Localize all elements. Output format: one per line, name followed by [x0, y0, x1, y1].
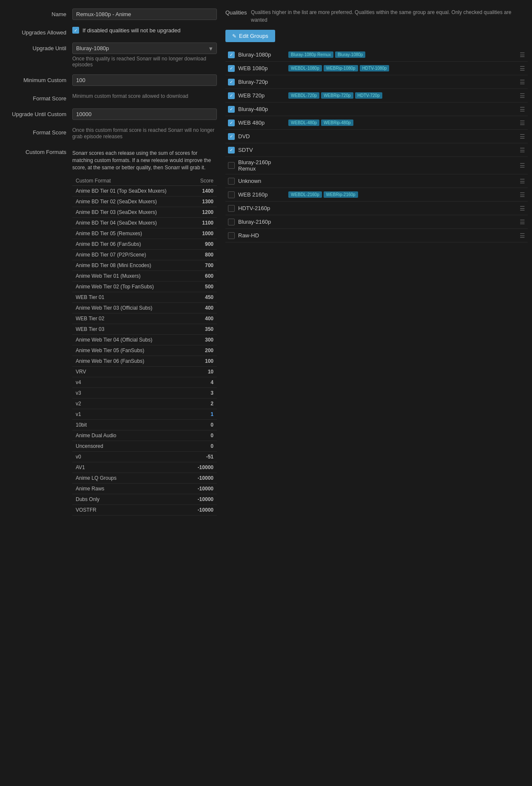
cf-score: 1300: [190, 196, 217, 207]
list-item: Unknown☰: [225, 174, 528, 188]
upgrade-until-content: Bluray-1080p ▼ Once this quality is reac…: [72, 43, 217, 68]
edit-groups-button[interactable]: ✎ Edit Groups: [225, 30, 275, 42]
quality-menu-icon[interactable]: ☰: [520, 219, 525, 225]
quality-name: Bluray-1080p: [238, 51, 285, 58]
upgrade-until-custom-input[interactable]: [72, 108, 217, 120]
table-row: Anime BD Tier 04 (SeaDex Muxers)1100: [72, 218, 217, 228]
edit-groups-icon: ✎: [232, 33, 236, 39]
upgrade-until-label: Upgrade Until: [4, 43, 72, 51]
upgrades-allowed-checkbox-row: ✓ If disabled qualities will not be upgr…: [72, 27, 217, 34]
upgrades-allowed-row: Upgrades Allowed ✓ If disabled qualities…: [4, 27, 217, 36]
quality-checkbox[interactable]: ✓: [228, 92, 235, 99]
quality-menu-icon[interactable]: ☰: [520, 147, 525, 154]
cf-name: 10bit: [72, 420, 190, 430]
quality-menu-icon[interactable]: ☰: [520, 232, 525, 239]
table-row: Anime BD Tier 05 (Remuxes)1000: [72, 228, 217, 239]
table-row: Anime BD Tier 03 (SeaDex Muxers)1200: [72, 207, 217, 218]
upgrade-until-custom-label: Upgrade Until Custom: [4, 108, 72, 117]
table-row: v44: [72, 377, 217, 388]
cf-name: Uncensored: [72, 441, 190, 452]
quality-checkbox[interactable]: ✓: [228, 65, 235, 72]
quality-menu-icon[interactable]: ☰: [520, 79, 525, 85]
list-item: ✓DVD☰: [225, 130, 528, 143]
quality-menu-icon[interactable]: ☰: [520, 92, 525, 99]
cf-score: 400: [190, 303, 217, 313]
quality-checkbox[interactable]: [228, 178, 235, 185]
cf-score: 350: [190, 324, 217, 335]
quality-checkbox[interactable]: ✓: [228, 120, 235, 126]
cf-col-score-header: Score: [190, 176, 217, 186]
list-item: WEB 2160pWEBDL-2160pWEBRip-2160p☰: [225, 188, 528, 202]
cf-name: VOSTFR: [72, 505, 190, 515]
quality-checkbox[interactable]: ✓: [228, 79, 235, 85]
list-item: ✓Bluray-480p☰: [225, 103, 528, 116]
cf-name: Anime BD Tier 01 (Top SeaDex Muxers): [72, 186, 190, 196]
table-row: Anime Web Tier 04 (Official Subs)300: [72, 335, 217, 345]
quality-tags: WEBDL-1080pWEBRip-1080pHDTV-1080p: [288, 65, 516, 71]
quality-tag: Bluray-1080p Remux: [288, 51, 333, 58]
quality-checkbox[interactable]: ✓: [228, 51, 235, 58]
custom-formats-content: Sonarr scores each release using the sum…: [72, 150, 217, 515]
quality-checkbox[interactable]: [228, 162, 235, 169]
quality-checkbox[interactable]: ✓: [228, 106, 235, 113]
quality-checkbox[interactable]: [228, 232, 235, 239]
quality-checkbox[interactable]: [228, 191, 235, 198]
list-item: ✓SDTV☰: [225, 143, 528, 157]
cf-name: Anime BD Tier 04 (SeaDex Muxers): [72, 218, 190, 228]
min-custom-input[interactable]: [72, 74, 217, 86]
table-row: Dubs Only-10000: [72, 494, 217, 505]
list-item: ✓WEB 480pWEBDL-480pWEBRip-480p☰: [225, 116, 528, 130]
quality-menu-icon[interactable]: ☰: [520, 205, 525, 212]
cf-score: 450: [190, 292, 217, 303]
left-panel: Name Upgrades Allowed ✓ If disabled qual…: [4, 9, 221, 522]
quality-menu-icon[interactable]: ☰: [520, 191, 525, 198]
quality-checkbox[interactable]: ✓: [228, 147, 235, 154]
quality-checkbox[interactable]: [228, 219, 235, 225]
quality-name: Bluray-480p: [238, 106, 285, 112]
cf-score: 0: [190, 430, 217, 441]
table-row: Anime BD Tier 01 (Top SeaDex Muxers)1400: [72, 186, 217, 196]
table-row: Anime Web Tier 03 (Official Subs)400: [72, 303, 217, 313]
quality-tag: WEBRip-480p: [321, 120, 353, 126]
table-row: 10bit0: [72, 420, 217, 430]
quality-tag: WEBRip-1080p: [324, 65, 358, 71]
quality-menu-icon[interactable]: ☰: [520, 65, 525, 72]
quality-menu-icon[interactable]: ☰: [520, 178, 525, 185]
cf-name: AV1: [72, 462, 190, 473]
list-item: ✓WEB 720pWEBDL-720pWEBRip-720pHDTV-720p☰: [225, 89, 528, 103]
cf-score: -10000: [190, 462, 217, 473]
upgrades-allowed-label: Upgrades Allowed: [4, 27, 72, 36]
cf-name: WEB Tier 03: [72, 324, 190, 335]
table-row: Anime BD Tier 07 (P2P/Scene)800: [72, 250, 217, 260]
cf-score: 0: [190, 420, 217, 430]
upgrades-allowed-text: If disabled qualities will not be upgrad…: [83, 27, 181, 34]
cf-name: v1: [72, 409, 190, 420]
upgrade-until-select[interactable]: Bluray-1080p: [72, 43, 217, 54]
table-row: VRV10: [72, 367, 217, 377]
name-input[interactable]: [72, 9, 217, 20]
upgrade-format-score-row: Format Score Once this custom format sco…: [4, 127, 217, 140]
quality-name: WEB 2160p: [238, 191, 285, 198]
upgrades-allowed-checkbox[interactable]: ✓: [72, 27, 79, 34]
quality-menu-icon[interactable]: ☰: [520, 51, 525, 58]
upgrade-until-custom-row: Upgrade Until Custom: [4, 108, 217, 120]
quality-menu-icon[interactable]: ☰: [520, 106, 525, 113]
list-item: HDTV-2160p☰: [225, 202, 528, 215]
quality-name: Bluray-2160p: [238, 219, 285, 225]
table-row: WEB Tier 03350: [72, 324, 217, 335]
table-row: Anime Dual Audio0: [72, 430, 217, 441]
cf-name: Anime Dual Audio: [72, 430, 190, 441]
name-row: Name: [4, 9, 217, 20]
quality-menu-icon[interactable]: ☰: [520, 162, 525, 169]
table-row: v33: [72, 388, 217, 399]
quality-tags: WEBDL-720pWEBRip-720pHDTV-720p: [288, 92, 516, 99]
quality-menu-icon[interactable]: ☰: [520, 120, 525, 126]
quality-menu-icon[interactable]: ☰: [520, 133, 525, 140]
cf-name: Anime BD Tier 08 (Mini Encodes): [72, 260, 190, 271]
quality-checkbox[interactable]: ✓: [228, 133, 235, 140]
quality-tag: WEBRip-720p: [321, 92, 353, 99]
table-row: VOSTFR-10000: [72, 505, 217, 515]
quality-checkbox[interactable]: [228, 205, 235, 212]
table-row: Anime Web Tier 06 (FanSubs)100: [72, 356, 217, 367]
cf-score: 700: [190, 260, 217, 271]
